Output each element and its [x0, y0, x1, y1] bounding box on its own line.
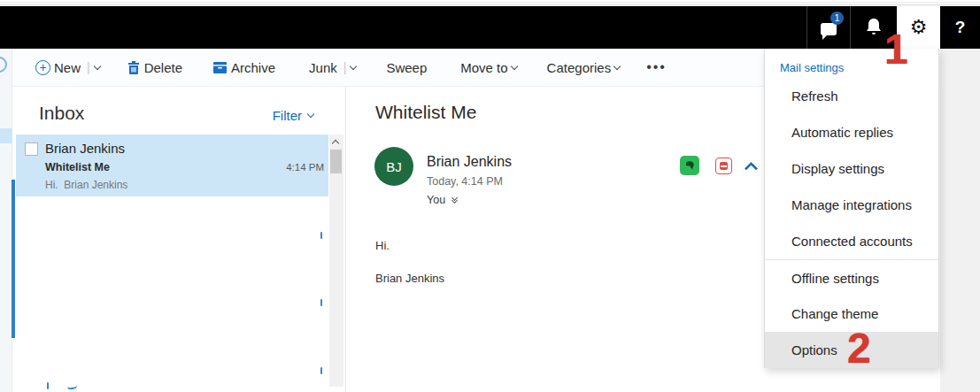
ellipsis-icon: ••• [646, 59, 667, 75]
double-chevron-down-icon[interactable] [452, 197, 457, 203]
menu-item-manage-integrations[interactable]: Manage integrations [765, 187, 938, 223]
annotation-step-1: 1 [884, 28, 908, 71]
categories-button[interactable]: Categories [544, 60, 621, 75]
message-subject: Whitelist Me [375, 102, 476, 123]
more-commands-button[interactable]: ••• [646, 59, 667, 75]
recipient-row[interactable]: You [427, 194, 457, 206]
menu-header: Mail settings [765, 49, 938, 78]
gear-icon: ⚙ [910, 18, 928, 37]
sender-avatar[interactable]: BJ [374, 147, 413, 186]
email-subject: Whitelist Me [45, 161, 110, 173]
delete-label: Delete [144, 60, 182, 75]
email-preview: Hi. Brian Jenkins [45, 179, 127, 191]
elephant-icon [683, 159, 696, 172]
message-sender[interactable]: Brian Jenkins [427, 154, 512, 170]
chevron-down-icon [307, 111, 314, 118]
new-label: New [54, 60, 81, 75]
chevron-down-icon[interactable] [93, 62, 100, 69]
filter-label: Filter [273, 108, 302, 123]
page-margin [940, 49, 980, 392]
menu-item-automatic-replies[interactable]: Automatic replies [765, 114, 938, 150]
row-mark [320, 367, 322, 374]
archive-label: Archive [231, 60, 275, 75]
row-mark [320, 299, 322, 306]
sweep-button[interactable]: Sweep [382, 60, 430, 75]
annotation-step-2: 2 [847, 327, 871, 370]
settings-dropdown-menu: Mail settings Refresh Automatic replies … [764, 49, 939, 368]
browser-edge-strip [0, 0, 980, 6]
junk-label: Junk [309, 60, 337, 75]
question-mark-icon: ? [955, 18, 966, 37]
list-scrollbar[interactable] [329, 135, 343, 387]
categories-label: Categories [547, 60, 612, 75]
list-header: Inbox Filter [16, 87, 345, 135]
outlook-mail-window: 1 ⚙ ? + New | [0, 0, 980, 392]
sweep-label: Sweep [386, 60, 427, 75]
bell-icon [865, 18, 883, 37]
new-button[interactable]: + New | [35, 60, 100, 75]
message-body-line: Hi. [375, 239, 390, 252]
divider: | [343, 60, 347, 74]
trash-icon [127, 60, 141, 75]
menu-item-offline-settings[interactable]: Offline settings [765, 259, 938, 296]
folder-pane-scrollbar[interactable] [12, 180, 15, 338]
partial-circle-icon [0, 57, 7, 73]
move-to-label: Move to [460, 60, 507, 75]
report-addin-icon[interactable] [715, 158, 732, 174]
chevron-down-icon [510, 62, 517, 69]
scrollbar-thumb[interactable] [330, 150, 342, 173]
junk-button[interactable]: Junk | [305, 60, 356, 75]
chevron-down-icon[interactable] [350, 62, 357, 69]
scroll-up-icon[interactable] [332, 140, 339, 147]
row-mark [320, 232, 322, 239]
feedback-button[interactable]: 1 [807, 6, 850, 49]
folder-pane-edge [0, 49, 12, 392]
filter-button[interactable]: Filter [273, 108, 313, 123]
menu-item-display-settings[interactable]: Display settings [765, 150, 938, 187]
archive-icon [212, 61, 228, 74]
divider: | [87, 60, 90, 74]
email-sender: Brian Jenkins [45, 141, 125, 156]
menu-item-connected-accounts[interactable]: Connected accounts [765, 223, 938, 259]
delete-button[interactable]: Delete [127, 60, 186, 75]
help-button[interactable]: ? [940, 6, 980, 49]
email-list-item[interactable]: Brian Jenkins Whitelist Me 4:14 PM Hi. B… [16, 135, 328, 196]
folder-title: Inbox [39, 103, 84, 124]
chevron-down-icon [613, 62, 621, 69]
evernote-addin-icon[interactable] [680, 156, 699, 175]
chat-bubble-icon [821, 23, 837, 35]
move-to-button[interactable]: Move to [457, 60, 516, 75]
cutoff-text-mark [47, 382, 49, 389]
message-body-line: Brian Jenkins [375, 272, 444, 285]
collapse-caret-icon[interactable] [745, 162, 759, 176]
message-list-pane: Inbox Filter Brian Jenkins Whitelist Me … [16, 87, 345, 392]
cutoff-text-mark [67, 384, 78, 389]
email-checkbox[interactable] [25, 142, 38, 156]
menu-item-refresh[interactable]: Refresh [765, 78, 938, 114]
recipient-label: You [427, 194, 445, 206]
archive-button[interactable]: Archive [212, 60, 279, 75]
top-navigation-bar: 1 ⚙ ? [0, 6, 980, 49]
email-time: 4:14 PM [286, 162, 324, 173]
selected-folder-indicator [0, 128, 12, 143]
notification-badge: 1 [830, 12, 844, 25]
message-timestamp: Today, 4:14 PM [427, 175, 503, 188]
plus-circle-icon: + [35, 60, 50, 75]
